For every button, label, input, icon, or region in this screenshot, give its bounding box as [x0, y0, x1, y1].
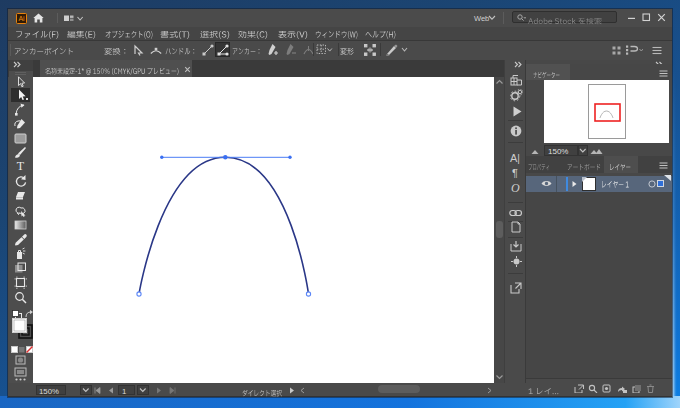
svg-text:Ai: Ai [18, 15, 25, 22]
